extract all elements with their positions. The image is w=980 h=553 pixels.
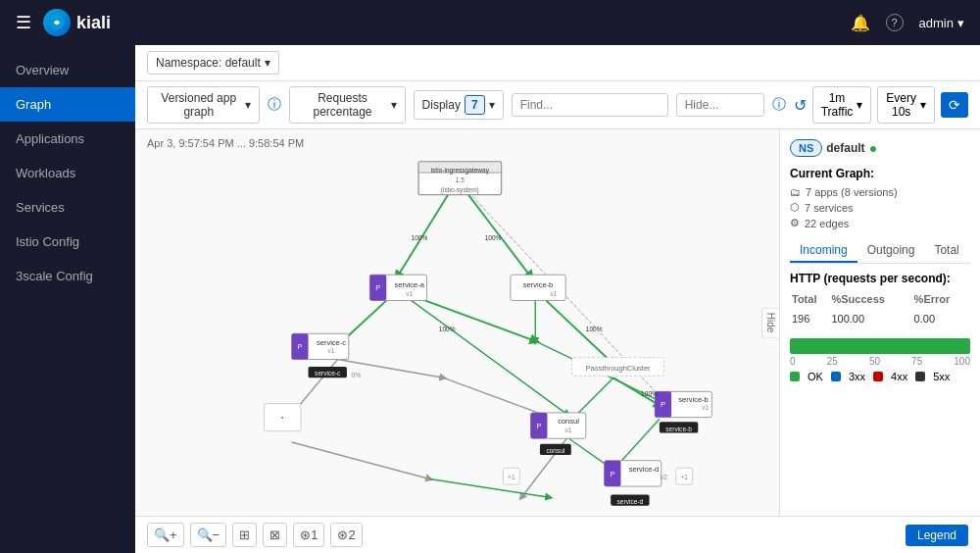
svg-text:(istio-system): (istio-system) [441, 186, 479, 194]
svg-text:0%: 0% [352, 372, 362, 378]
tab-outgoing[interactable]: Outgoing [858, 239, 925, 263]
zoom-out-button[interactable]: 🔍− [190, 523, 227, 547]
graph-type-info-icon[interactable]: ⓘ [268, 96, 281, 114]
graph-type-arrow-icon: ▾ [245, 98, 251, 112]
legend-5xx-icon [915, 372, 925, 381]
svg-text:PassthroughCluster: PassthroughCluster [586, 364, 651, 373]
legend-3xx-icon [831, 372, 841, 381]
interval-dropdown[interactable]: Every 10s ▾ [877, 86, 935, 124]
interval-arrow-icon: ▾ [920, 98, 926, 112]
table-row: 196 100.00 0.00 [792, 311, 968, 327]
tab-incoming[interactable]: Incoming [790, 239, 858, 263]
sidebar-item-services[interactable]: Services [0, 190, 135, 225]
svg-text:v1: v1 [551, 290, 558, 297]
sidebar-item-workloads[interactable]: Workloads [0, 156, 135, 190]
sidebar-item-graph[interactable]: Graph [0, 87, 135, 122]
graph-svg: istio-ingressgateway 1.5 (istio-system) … [135, 129, 779, 516]
namespace-arrow-icon: ▾ [265, 56, 270, 70]
logo-icon [43, 9, 71, 36]
col-total: Total [792, 293, 829, 309]
graph-type-dropdown[interactable]: Versioned app graph ▾ [147, 86, 260, 124]
legend-4xx-icon [873, 372, 883, 381]
http-section-title: HTTP (requests per second): [790, 272, 970, 285]
svg-text:service-d: service-d [617, 498, 644, 505]
val-success: 100.00 [831, 311, 911, 327]
legend-button[interactable]: Legend [906, 525, 968, 546]
sidebar-item-istio-config[interactable]: Istio Config [0, 225, 135, 259]
legend-4xx-label: 4xx [891, 371, 907, 382]
namespace-label: Namespace: default [156, 56, 261, 70]
requests-label: Requests percentage [298, 91, 386, 119]
graph-area: Apr 3, 9:57:54 PM ... 9:58:54 PM [135, 129, 980, 516]
main-layout: Overview Graph Applications Workloads Se… [0, 45, 980, 553]
svg-text:P: P [661, 400, 665, 409]
node2-button[interactable]: ⊛2 [330, 523, 362, 547]
sidebar-item-applications[interactable]: Applications [0, 122, 135, 156]
ns-status-icon: ● [869, 140, 877, 156]
svg-text:100%: 100% [439, 326, 456, 332]
namespace-dropdown[interactable]: Namespace: default ▾ [147, 51, 279, 75]
chart-axis: 0 25 50 75 100 [790, 356, 970, 367]
svg-text:v1: v1 [406, 290, 413, 297]
svg-text:service-a: service-a [395, 280, 425, 289]
hide-panel-toggle[interactable]: Hide [761, 308, 779, 338]
reset-button[interactable]: ⊠ [263, 523, 287, 547]
node2-icon: ⊛2 [337, 528, 355, 542]
help-icon[interactable]: ? [886, 14, 904, 31]
svg-text:100%: 100% [586, 326, 603, 332]
svg-text:service-c: service-c [315, 370, 341, 377]
traffic-dropdown[interactable]: 1m Traffic ▾ [812, 86, 872, 124]
val-total: 196 [792, 311, 829, 327]
side-panel: NS default ● Current Graph: 🗂 7 apps (8 … [779, 129, 980, 516]
graph-type-label: Versioned app graph [156, 91, 241, 119]
svg-text:v2: v2 [661, 474, 667, 480]
services-info: ⬡ 7 services [790, 201, 970, 214]
svg-text:v1: v1 [328, 347, 335, 354]
col-error: %Error [914, 293, 968, 309]
svg-text:consul: consul [546, 447, 564, 454]
graph-canvas[interactable]: Apr 3, 9:57:54 PM ... 9:58:54 PM [135, 129, 779, 516]
svg-text:100%: 100% [412, 234, 428, 241]
requests-arrow-icon: ▾ [391, 98, 397, 112]
graph-toolbar: Versioned app graph ▾ ⓘ Requests percent… [135, 81, 980, 129]
svg-text:P: P [611, 470, 615, 478]
fit-icon: ⊞ [239, 528, 250, 542]
user-menu[interactable]: admin ▾ [919, 16, 964, 30]
content-area: Namespace: default ▾ Versioned app graph… [135, 45, 980, 553]
chart-legend: OK 3xx 4xx 5xx [790, 371, 970, 382]
node1-button[interactable]: ⊛1 [293, 523, 324, 547]
hide-info-icon[interactable]: ⓘ [772, 96, 786, 114]
svg-text:P: P [298, 342, 303, 351]
graph-info-title: Current Graph: [790, 167, 970, 180]
col-success: %Success [831, 293, 911, 309]
val-error: 0.00 [914, 311, 968, 327]
svg-text:P: P [536, 422, 541, 430]
svg-text:service-b: service-b [678, 395, 708, 404]
refresh-button[interactable]: ⟳ [941, 92, 968, 118]
requests-dropdown[interactable]: Requests percentage ▾ [289, 86, 405, 124]
notifications-icon[interactable]: 🔔 [851, 14, 870, 32]
hamburger-icon[interactable]: ☰ [16, 12, 31, 33]
edges-icon: ⚙ [790, 217, 800, 229]
sidebar-item-3scale-config[interactable]: 3scale Config [0, 259, 135, 293]
tab-total[interactable]: Total [924, 239, 968, 263]
svg-text:consul: consul [558, 417, 579, 426]
user-chevron-icon: ▾ [957, 16, 964, 30]
hide-input[interactable] [676, 93, 764, 117]
find-input[interactable] [512, 93, 668, 117]
panel-tabs: Incoming Outgoing Total [790, 239, 970, 264]
svg-line-15 [398, 290, 568, 415]
svg-text:100%: 100% [485, 234, 502, 241]
legend-ok-icon [790, 372, 800, 381]
namespace-toolbar: Namespace: default ▾ [135, 45, 980, 81]
interval-label: Every 10s [886, 91, 916, 119]
fit-button[interactable]: ⊞ [232, 523, 257, 547]
reset-icon: ⊠ [270, 528, 280, 542]
display-arrow-icon: ▾ [489, 98, 495, 112]
ns-value: default [826, 141, 864, 155]
display-dropdown[interactable]: Display 7 ▾ [414, 90, 504, 120]
node1-icon: ⊛1 [300, 528, 318, 542]
sidebar-item-overview[interactable]: Overview [0, 53, 135, 87]
replay-icon[interactable]: ↺ [794, 96, 807, 115]
zoom-in-button[interactable]: 🔍+ [147, 523, 184, 547]
